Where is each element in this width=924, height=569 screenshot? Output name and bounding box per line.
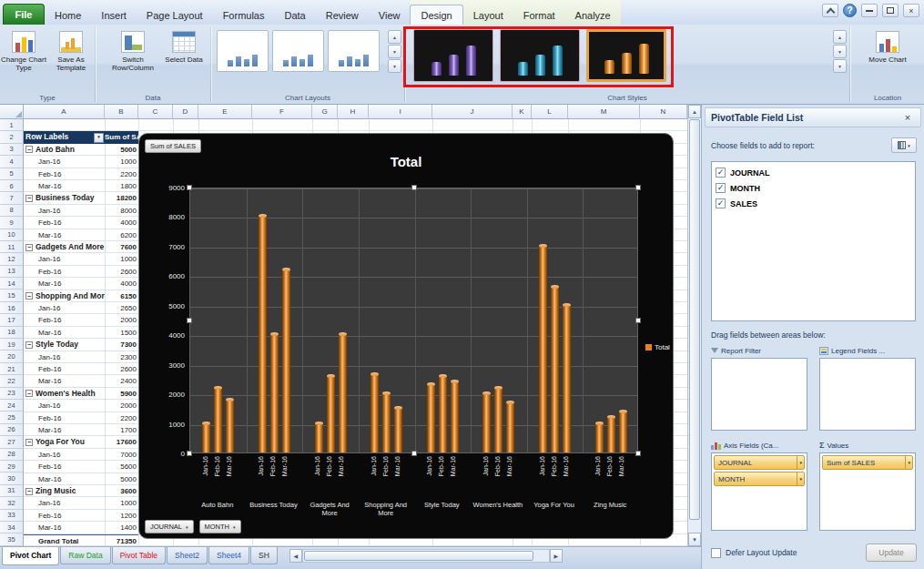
bar-style-today-jan-16[interactable] xyxy=(427,384,435,452)
scroll-down-icon[interactable]: ▼ xyxy=(688,533,701,546)
legend-fields-area[interactable] xyxy=(819,358,916,431)
field-item-month[interactable]: ✓MONTH xyxy=(716,180,911,196)
column-header-g[interactable]: G xyxy=(312,105,338,119)
column-header-i[interactable]: I xyxy=(369,105,432,119)
collapse-icon[interactable]: − xyxy=(25,341,33,349)
row-header-33[interactable]: 33 xyxy=(0,510,24,522)
chart-layout-thumb-3[interactable] xyxy=(328,30,380,72)
row-header-5[interactable]: 5 xyxy=(0,168,24,180)
bar-zing-music-feb-16[interactable] xyxy=(607,417,615,452)
cell-b22[interactable]: 2400 xyxy=(105,375,138,387)
bar-auto-bahn-mar-16[interactable] xyxy=(226,400,234,452)
bar-style-today-feb-16[interactable] xyxy=(439,376,447,452)
save-as-template-button[interactable]: Save As Template xyxy=(48,28,94,72)
row-header-4[interactable]: 4 xyxy=(0,156,24,168)
cell-a27[interactable]: −Yoga For You xyxy=(24,436,105,448)
bar-gadgets-and-more-mar-16[interactable] xyxy=(339,334,347,452)
bar-business-today-jan-16[interactable] xyxy=(259,216,267,452)
row-header-28[interactable]: 28 xyxy=(0,449,24,461)
scroll-up-icon[interactable]: ▲ xyxy=(688,105,701,118)
cell-a5[interactable]: Feb-16 xyxy=(24,168,105,180)
horizontal-scrollbar-thumb[interactable] xyxy=(304,551,533,561)
row-header-15[interactable]: 15 xyxy=(0,290,24,301)
move-chart-button[interactable]: Move Chart xyxy=(864,28,911,64)
sheet-tab-pivot-table[interactable]: Pivot Table xyxy=(112,547,166,564)
cell-a6[interactable]: Mar-16 xyxy=(24,180,105,192)
area-field-sum-of-sales[interactable]: Sum of SALES▾ xyxy=(822,455,913,470)
cell-b20[interactable]: 2300 xyxy=(105,351,138,363)
field-item-sales[interactable]: ✓SALES xyxy=(716,196,911,211)
row-header-12[interactable]: 12 xyxy=(0,253,24,265)
cell-a32[interactable]: Jan-16 xyxy=(24,497,105,509)
cell-a3[interactable]: −Auto Bahn xyxy=(24,144,105,156)
selection-handle[interactable] xyxy=(411,451,417,456)
cell-a19[interactable]: −Style Today xyxy=(24,339,105,351)
cell-b4[interactable]: 1000 xyxy=(105,156,138,168)
sheet-tab-raw-data[interactable]: Raw Data xyxy=(60,547,110,564)
chart-layout-thumb-1[interactable] xyxy=(217,30,269,72)
row-header-16[interactable]: 16 xyxy=(0,302,24,314)
chart-style-thumb-cyan[interactable] xyxy=(500,29,580,82)
row-header-1[interactable]: 1 xyxy=(0,119,24,131)
tab-view[interactable]: View xyxy=(369,5,411,25)
cell-b13[interactable]: 2600 xyxy=(105,266,138,278)
chart-style-thumb-purple[interactable] xyxy=(413,29,493,82)
collapse-icon[interactable]: − xyxy=(25,244,33,251)
chart-legend[interactable]: Total xyxy=(645,343,670,351)
tab-insert[interactable]: Insert xyxy=(91,5,137,25)
cell-b3[interactable]: 5000 xyxy=(105,144,138,156)
cell-b12[interactable]: 1000 xyxy=(105,253,138,265)
cell-b30[interactable]: 5000 xyxy=(105,473,138,485)
cell-b9[interactable]: 4000 xyxy=(105,217,138,229)
row-header-25[interactable]: 25 xyxy=(0,412,24,423)
checkbox-sales[interactable]: ✓ xyxy=(716,198,726,208)
row-header-30[interactable]: 30 xyxy=(0,472,24,484)
cell-b14[interactable]: 4000 xyxy=(105,278,138,290)
chart-title[interactable]: Total xyxy=(139,154,673,169)
row-header-29[interactable]: 29 xyxy=(0,461,24,472)
vertical-scrollbar-track[interactable] xyxy=(688,118,701,533)
cell-a24[interactable]: Jan-16 xyxy=(24,400,105,412)
row-header-31[interactable]: 31 xyxy=(0,485,24,497)
gallery-down-icon[interactable]: ▼ xyxy=(833,45,847,58)
row-header-32[interactable]: 32 xyxy=(0,497,24,509)
row-header-10[interactable]: 10 xyxy=(0,229,24,241)
cell-b10[interactable]: 6200 xyxy=(105,229,138,241)
column-header-k[interactable]: K xyxy=(513,105,532,119)
row-header-27[interactable]: 27 xyxy=(0,436,24,448)
cell-a29[interactable]: Feb-16 xyxy=(24,461,105,472)
sheet-tab-sh[interactable]: SH xyxy=(250,547,278,564)
cell-a21[interactable]: Feb-16 xyxy=(24,363,105,375)
row-header-20[interactable]: 20 xyxy=(0,351,24,362)
cell-b7[interactable]: 18200 xyxy=(105,192,138,204)
field-item-journal[interactable]: ✓JOURNAL xyxy=(716,165,911,180)
axis-fields-area[interactable]: JOURNAL▾MONTH▾ xyxy=(711,452,807,531)
cell-a26[interactable]: Mar-16 xyxy=(24,424,105,436)
update-button[interactable]: Update xyxy=(866,544,917,562)
column-header-f[interactable]: F xyxy=(252,105,312,119)
column-header-b[interactable]: B xyxy=(105,105,138,119)
cell-b19[interactable]: 7300 xyxy=(105,339,138,351)
bar-women-s-health-mar-16[interactable] xyxy=(506,402,514,452)
row-header-14[interactable]: 14 xyxy=(0,278,24,290)
row-header-34[interactable]: 34 xyxy=(0,522,24,533)
area-field-month[interactable]: MONTH▾ xyxy=(714,472,805,486)
collapse-icon[interactable]: − xyxy=(25,390,33,397)
dropdown-arrow-icon[interactable]: ▾ xyxy=(905,456,910,469)
cell-b21[interactable]: 2600 xyxy=(105,363,138,375)
cell-b32[interactable]: 1000 xyxy=(105,497,138,509)
row-header-11[interactable]: 11 xyxy=(0,241,24,253)
change-chart-type-button[interactable]: Change Chart Type xyxy=(1,28,46,72)
selection-handle[interactable] xyxy=(187,451,192,456)
row-header-23[interactable]: 23 xyxy=(0,388,24,400)
row-header-24[interactable]: 24 xyxy=(0,400,24,412)
cell-b34[interactable]: 1400 xyxy=(105,522,138,533)
cell-a12[interactable]: Jan-16 xyxy=(24,253,105,265)
collapse-icon[interactable]: − xyxy=(25,292,33,300)
scroll-right-icon[interactable]: ▶ xyxy=(550,549,563,563)
cell-a16[interactable]: Jan-16 xyxy=(24,302,105,314)
row-header-6[interactable]: 6 xyxy=(0,180,24,192)
pivot-field-button-values[interactable]: Sum of SALES xyxy=(145,139,201,153)
row-header-22[interactable]: 22 xyxy=(0,375,24,387)
cell-a2[interactable]: Row Labels▾ xyxy=(24,131,105,143)
